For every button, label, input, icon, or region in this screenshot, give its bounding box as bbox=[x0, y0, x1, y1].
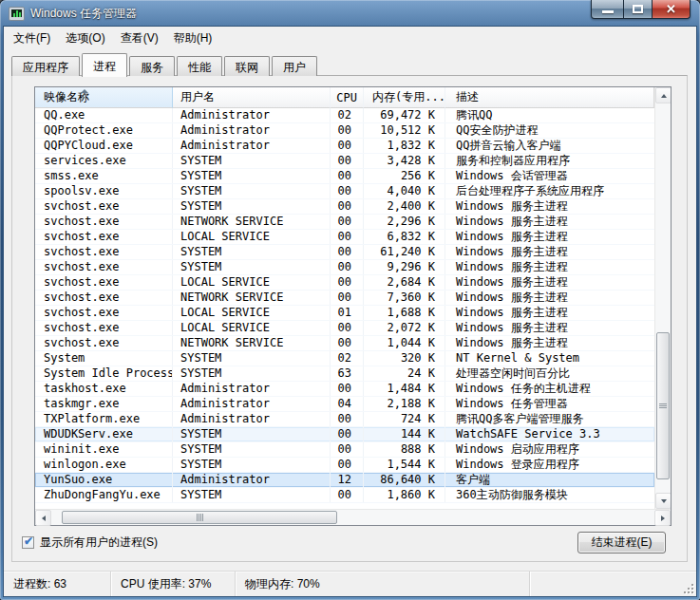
table-row[interactable]: taskhost.exeAdministrator001,484 KWindow… bbox=[35, 382, 654, 397]
cell-cpu: 12 bbox=[331, 473, 364, 487]
cell-desc: 客户端 bbox=[445, 473, 654, 487]
sort-ascending-icon bbox=[81, 89, 88, 93]
table-row[interactable]: svchost.exeSYSTEM002,400 KWindows 服务主进程 bbox=[35, 199, 654, 215]
table-row[interactable]: ZhuDongFangYu.exeSYSTEM001,860 K360主动防御服… bbox=[35, 488, 654, 503]
tab-inactive[interactable]: 应用程序 bbox=[11, 56, 80, 76]
cell-desc: Windows 服务主进程 bbox=[445, 336, 654, 350]
column-header-memory[interactable]: 内存(专用... bbox=[364, 87, 445, 108]
cell-name: QQProtect.exe bbox=[35, 123, 173, 138]
cell-user: LOCAL SERVICE bbox=[173, 275, 331, 290]
tab-inactive[interactable]: 用户 bbox=[272, 56, 317, 76]
column-header-label: 内存(专用... bbox=[372, 89, 445, 105]
scroll-up-button[interactable] bbox=[655, 87, 671, 103]
tab-active[interactable]: 进程 bbox=[82, 53, 127, 77]
column-header-image-name[interactable]: 映像名称 bbox=[35, 87, 173, 108]
status-cpu-usage: CPU 使用率: 37% bbox=[111, 572, 236, 596]
scroll-right-button[interactable] bbox=[654, 510, 671, 526]
menu-item[interactable]: 帮助(H) bbox=[166, 28, 220, 49]
cell-desc: Windows 服务主进程 bbox=[445, 199, 654, 214]
cell-name: spoolsv.exe bbox=[35, 184, 173, 198]
column-header-description[interactable]: 描述 bbox=[445, 87, 654, 108]
cell-user: LOCAL SERVICE bbox=[173, 306, 331, 320]
minimize-button[interactable] bbox=[591, 0, 624, 19]
cell-user: SYSTEM bbox=[173, 488, 331, 502]
cell-user: Administrator bbox=[173, 139, 331, 153]
table-row[interactable]: taskmgr.exeAdministrator042,188 KWindows… bbox=[35, 397, 654, 412]
table-row[interactable]: System Idle ProcessSYSTEM6324 K处理器空闲时间百分… bbox=[35, 366, 654, 382]
cell-desc: QQ拼音云输入客户端 bbox=[445, 139, 654, 153]
tab-inactive[interactable]: 联网 bbox=[224, 56, 270, 76]
vertical-scroll-thumb[interactable] bbox=[656, 332, 670, 479]
cell-name: services.exe bbox=[35, 154, 173, 168]
table-row[interactable]: svchost.exeLOCAL SERVICE011,688 KWindows… bbox=[35, 306, 654, 321]
cell-mem: 2,072 K bbox=[364, 321, 445, 335]
maximize-icon bbox=[633, 5, 643, 13]
cell-mem: 2,188 K bbox=[364, 397, 445, 411]
column-header-user-name[interactable]: 用户名 bbox=[173, 87, 331, 108]
show-all-users-checkbox[interactable]: ✔ bbox=[22, 536, 34, 549]
table-row[interactable]: TXPlatform.exeAdministrator00724 K腾讯QQ多客… bbox=[35, 412, 654, 427]
table-row[interactable]: WDUDKServ.exeSYSTEM00144 KWatchSAFE Serv… bbox=[35, 427, 654, 442]
table-row[interactable]: svchost.exeNETWORK SERVICE002,296 KWindo… bbox=[35, 215, 654, 230]
cell-name: wininit.exe bbox=[35, 442, 173, 457]
horizontal-scroll-thumb[interactable] bbox=[62, 511, 337, 524]
cell-cpu: 00 bbox=[331, 139, 364, 153]
resize-grip[interactable] bbox=[684, 584, 693, 593]
tab-inactive[interactable]: 性能 bbox=[177, 56, 222, 76]
cell-cpu: 00 bbox=[331, 412, 364, 426]
cell-desc: 腾讯QQ多客户端管理服务 bbox=[445, 412, 654, 426]
table-row[interactable]: svchost.exeLOCAL SERVICE002,684 KWindows… bbox=[35, 275, 654, 291]
cell-name: QQ.exe bbox=[35, 108, 173, 122]
table-row[interactable]: svchost.exeNETWORK SERVICE007,360 KWindo… bbox=[35, 291, 654, 306]
table-row[interactable]: QQProtect.exeAdministrator0010,512 KQQ安全… bbox=[35, 123, 654, 139]
task-manager-icon bbox=[9, 7, 25, 21]
cell-user: Administrator bbox=[173, 108, 331, 122]
table-row[interactable]: smss.exeSYSTEM00256 KWindows 会话管理器 bbox=[35, 169, 654, 184]
scroll-left-button[interactable] bbox=[35, 510, 51, 526]
cell-user: LOCAL SERVICE bbox=[173, 321, 331, 335]
end-process-button[interactable]: 结束进程(E) bbox=[577, 532, 666, 553]
cell-mem: 1,044 K bbox=[364, 336, 445, 350]
column-header-cpu[interactable]: CPU bbox=[331, 87, 364, 108]
cell-cpu: 00 bbox=[331, 154, 364, 168]
menu-item[interactable]: 选项(O) bbox=[58, 28, 112, 49]
cell-name: smss.exe bbox=[35, 169, 173, 183]
cell-cpu: 02 bbox=[331, 108, 364, 122]
table-row[interactable]: YunSuo.exeAdministrator1286,640 K客户端 bbox=[35, 473, 654, 488]
cell-mem: 2,400 K bbox=[364, 199, 445, 214]
cell-desc: Windows 登录应用程序 bbox=[445, 458, 654, 472]
cell-user: NETWORK SERVICE bbox=[173, 336, 331, 350]
table-row[interactable]: SystemSYSTEM02320 KNT Kernel & System bbox=[35, 351, 654, 366]
tab-inactive[interactable]: 服务 bbox=[129, 56, 175, 76]
processes-tab-page: 映像名称 用户名 CPU 内存(专用... 描述 QQ.exeAdministr… bbox=[11, 75, 688, 562]
table-row[interactable]: services.exeSYSTEM003,428 K服务和控制器应用程序 bbox=[35, 154, 654, 169]
scroll-down-button[interactable] bbox=[655, 493, 671, 509]
table-row[interactable]: svchost.exeSYSTEM0061,240 KWindows 服务主进程 bbox=[35, 245, 654, 260]
cell-desc: Windows 服务主进程 bbox=[445, 215, 654, 229]
table-row[interactable]: winlogon.exeSYSTEM001,544 KWindows 登录应用程… bbox=[35, 458, 654, 473]
vertical-scrollbar[interactable] bbox=[654, 87, 671, 509]
table-row[interactable]: QQ.exeAdministrator0269,472 K腾讯QQ bbox=[35, 108, 654, 123]
table-row[interactable]: svchost.exeNETWORK SERVICE001,044 KWindo… bbox=[35, 336, 654, 351]
table-row[interactable]: svchost.exeLOCAL SERVICE006,832 KWindows… bbox=[35, 230, 654, 245]
cell-name: YunSuo.exe bbox=[35, 473, 173, 487]
horizontal-scrollbar[interactable] bbox=[35, 509, 671, 525]
horizontal-scroll-track[interactable] bbox=[51, 510, 654, 525]
table-row[interactable]: svchost.exeSYSTEM009,296 KWindows 服务主进程 bbox=[35, 260, 654, 275]
maximize-button[interactable] bbox=[624, 0, 653, 19]
table-row[interactable]: svchost.exeLOCAL SERVICE002,072 KWindows… bbox=[35, 321, 654, 336]
table-row[interactable]: wininit.exeSYSTEM00888 KWindows 启动应用程序 bbox=[35, 442, 654, 458]
column-header-label: 描述 bbox=[456, 89, 479, 105]
window-controls: ✕ bbox=[591, 0, 691, 19]
close-button[interactable]: ✕ bbox=[653, 0, 691, 19]
table-row[interactable]: QQPYCloud.exeAdministrator001,832 KQQ拼音云… bbox=[35, 139, 654, 154]
vertical-scroll-track[interactable] bbox=[655, 103, 671, 493]
menu-item[interactable]: 文件(F) bbox=[6, 28, 58, 49]
cell-desc: Windows 任务的主机进程 bbox=[445, 382, 654, 396]
cell-mem: 888 K bbox=[364, 442, 445, 457]
table-row[interactable]: spoolsv.exeSYSTEM004,040 K后台处理程序子系统应用程序 bbox=[35, 184, 654, 199]
menu-item[interactable]: 查看(V) bbox=[113, 28, 166, 49]
cell-cpu: 01 bbox=[331, 306, 364, 320]
title-bar[interactable]: Windows 任务管理器 ✕ bbox=[0, 0, 700, 27]
cell-user: Administrator bbox=[173, 412, 331, 426]
